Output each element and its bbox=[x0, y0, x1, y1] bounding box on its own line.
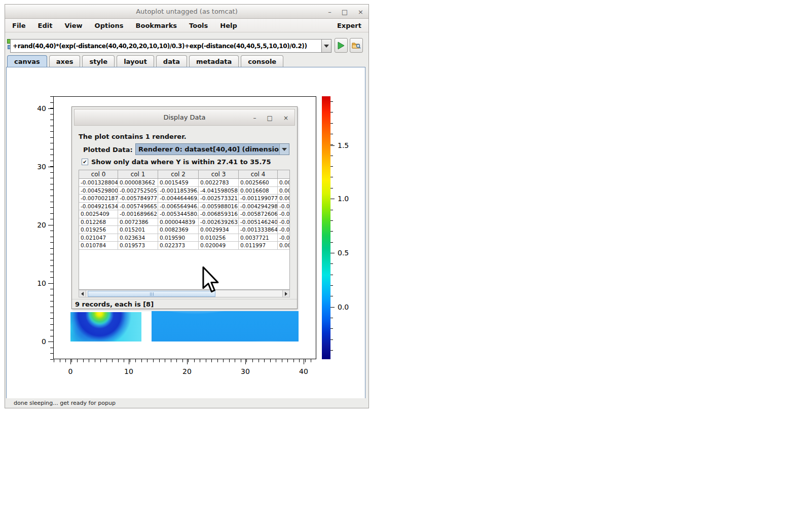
table-cell[interactable]: 0.00 bbox=[278, 187, 290, 195]
table-cell[interactable]: -0.005344580... bbox=[158, 210, 199, 218]
scroll-right-button[interactable] bbox=[282, 290, 289, 297]
table-cell[interactable]: 0.000083662 bbox=[118, 179, 158, 187]
table-header-col-2[interactable]: col 2 bbox=[158, 170, 199, 179]
table-header-col-1[interactable]: col 1 bbox=[118, 170, 158, 179]
table-cell[interactable]: 0.011997 bbox=[239, 242, 278, 250]
table-cell[interactable]: 0.0016608 bbox=[239, 187, 278, 195]
table-cell[interactable]: 0.0015459 bbox=[158, 179, 199, 187]
menu-file[interactable]: File bbox=[12, 22, 26, 29]
minimize-icon[interactable]: – bbox=[328, 8, 331, 16]
tab-style[interactable]: style bbox=[82, 55, 115, 67]
table-cell[interactable]: -0.006859316... bbox=[199, 210, 239, 218]
menu-view[interactable]: View bbox=[64, 22, 82, 29]
window-titlebar[interactable]: Autoplot untagged (as tomcat) – □ × bbox=[5, 5, 368, 19]
tick bbox=[276, 359, 276, 362]
y-axis-tick-label: 30 bbox=[29, 163, 46, 171]
table-cell[interactable]: -0.001333864... bbox=[239, 226, 278, 234]
table-cell[interactable]: 0.010784 bbox=[79, 242, 118, 250]
tab-axes[interactable]: axes bbox=[49, 55, 81, 67]
tab-console[interactable]: console bbox=[241, 55, 283, 67]
table-cell[interactable]: -0.005749665... bbox=[118, 203, 158, 211]
table-cell[interactable]: -0.004464469... bbox=[158, 195, 199, 203]
table-cell[interactable]: -0.005146240... bbox=[239, 218, 278, 226]
table-cell[interactable]: -0.004294298... bbox=[239, 203, 278, 211]
table-cell[interactable]: 0.022373 bbox=[158, 242, 199, 250]
table-cell[interactable]: -0.001328804... bbox=[79, 179, 118, 187]
menu-options[interactable]: Options bbox=[95, 22, 124, 29]
table-header-partial[interactable] bbox=[278, 170, 290, 179]
table-cell[interactable]: 0.0082369 bbox=[158, 226, 199, 234]
scroll-left-button[interactable] bbox=[79, 290, 86, 297]
table-cell[interactable]: -0.002639263... bbox=[199, 218, 239, 226]
tab-metadata[interactable]: metadata bbox=[189, 55, 239, 67]
tab-layout[interactable]: layout bbox=[117, 55, 154, 67]
table-cell[interactable]: 0.015201 bbox=[118, 226, 158, 234]
table-cell[interactable]: -0.005872606... bbox=[239, 210, 278, 218]
inspect-uri-button[interactable] bbox=[350, 38, 363, 53]
table-cell[interactable]: 0.00 bbox=[278, 179, 290, 187]
table-cell[interactable]: -0.0 bbox=[278, 218, 290, 226]
table-cell[interactable]: 0.000044839 bbox=[158, 218, 199, 226]
table-cell[interactable]: 0.012268 bbox=[79, 218, 118, 226]
scrollbar-thumb[interactable] bbox=[88, 291, 215, 297]
tab-data[interactable]: data bbox=[156, 55, 187, 67]
plotted-data-dropdown-button[interactable] bbox=[279, 144, 289, 155]
tick bbox=[50, 196, 53, 196]
table-cell[interactable]: 0.00 bbox=[278, 242, 290, 250]
dialog-titlebar[interactable]: Display Data – □ × bbox=[74, 109, 295, 126]
table-cell[interactable]: 0.0025660 bbox=[239, 179, 278, 187]
table-cell[interactable]: -0.006564946... bbox=[158, 203, 199, 211]
plotted-data-select[interactable]: Renderer 0: dataset[40,40] (dimension... bbox=[135, 143, 289, 155]
table-cell[interactable]: 0.0072386 bbox=[118, 218, 158, 226]
table-cell[interactable]: -0.002752505... bbox=[118, 187, 158, 195]
table-cell[interactable]: 0.0025409 bbox=[79, 210, 118, 218]
go-button[interactable] bbox=[335, 38, 348, 53]
menu-help[interactable]: Help bbox=[220, 22, 237, 29]
table-cell[interactable]: -0.004921634... bbox=[79, 203, 118, 211]
table-cell[interactable]: 0.0022783 bbox=[199, 179, 239, 187]
table-cell[interactable]: 0.023634 bbox=[118, 234, 158, 242]
table-cell[interactable]: -0.001689662... bbox=[118, 210, 158, 218]
table-cell[interactable]: -0.002573321... bbox=[199, 195, 239, 203]
table-cell[interactable]: -0.001199077... bbox=[239, 195, 278, 203]
table-cell[interactable]: -0.0 bbox=[278, 234, 290, 242]
dialog-maximize-icon[interactable]: □ bbox=[267, 115, 273, 122]
table-cell[interactable]: -0.007002187... bbox=[79, 195, 118, 203]
table-cell[interactable]: 0.019590 bbox=[158, 234, 199, 242]
table-cell[interactable]: 0.010256 bbox=[199, 234, 239, 242]
table-cell[interactable]: -0.005784977... bbox=[118, 195, 158, 203]
table-header-col-4[interactable]: col 4 bbox=[239, 170, 278, 179]
expert-toggle[interactable]: Expert bbox=[337, 22, 361, 29]
table-cell[interactable]: -0.0 bbox=[278, 226, 290, 234]
uri-input[interactable]: +rand(40,40)*(exp(-distance(40,40,20,20,… bbox=[10, 39, 322, 53]
table-cell[interactable]: 0.019256 bbox=[79, 226, 118, 234]
table-cell[interactable]: 0.019573 bbox=[118, 242, 158, 250]
table-cell[interactable]: -0.0 bbox=[278, 203, 290, 211]
table-cell[interactable]: 0.0029934 bbox=[199, 226, 239, 234]
table-header-col-0[interactable]: col 0 bbox=[79, 170, 118, 179]
table-cell[interactable]: 0.020049 bbox=[199, 242, 239, 250]
menu-bookmarks[interactable]: Bookmarks bbox=[136, 22, 177, 29]
table-cell[interactable]: -0.004529800... bbox=[79, 187, 118, 195]
table-cell[interactable]: 0.00 bbox=[278, 195, 290, 203]
uri-dropdown-button[interactable] bbox=[322, 39, 331, 53]
tick bbox=[112, 359, 113, 362]
table-cell[interactable]: -0.001185396... bbox=[158, 187, 199, 195]
table-cell[interactable]: -0.005988016... bbox=[199, 203, 239, 211]
table-horizontal-scrollbar[interactable] bbox=[79, 290, 290, 297]
data-table-container[interactable]: col 0col 1col 2col 3col 4-0.001328804...… bbox=[79, 170, 290, 290]
menu-edit[interactable]: Edit bbox=[38, 22, 53, 29]
table-cell[interactable]: -4.041598058... bbox=[199, 187, 239, 195]
table-cell[interactable]: 0.0037721 bbox=[239, 234, 278, 242]
dialog-close-icon[interactable]: × bbox=[283, 115, 288, 122]
table-header-col-3[interactable]: col 3 bbox=[199, 170, 239, 179]
tab-canvas[interactable]: canvas bbox=[7, 55, 47, 67]
maximize-icon[interactable]: □ bbox=[342, 8, 348, 16]
table-cell[interactable]: 0.021047 bbox=[79, 234, 118, 242]
menu-tools[interactable]: Tools bbox=[189, 22, 208, 29]
dialog-minimize-icon[interactable]: – bbox=[253, 115, 256, 122]
close-icon[interactable]: × bbox=[358, 8, 363, 16]
table-cell[interactable]: -0.0 bbox=[278, 210, 290, 218]
y-filter-label[interactable]: Show only data where Y is within 27.41 t… bbox=[91, 158, 271, 166]
y-filter-checkbox[interactable]: ✔ bbox=[82, 159, 88, 165]
